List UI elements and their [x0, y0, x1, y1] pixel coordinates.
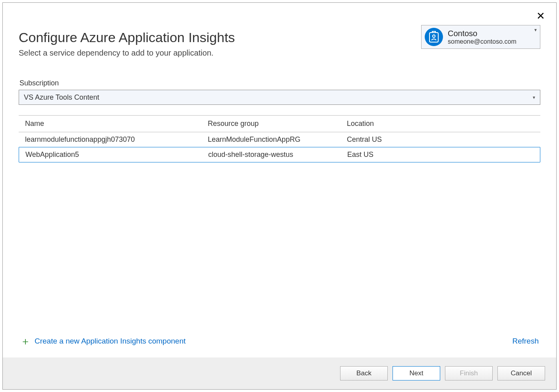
svg-point-1 — [433, 35, 435, 37]
cell-name: WebApplication5 — [25, 151, 208, 159]
plus-icon: ＋ — [20, 336, 31, 346]
chevron-down-icon: ▼ — [532, 95, 536, 100]
account-email: someone@contoso.com — [448, 38, 516, 45]
account-picker[interactable]: Contoso someone@contoso.com ▼ — [421, 25, 540, 49]
col-name: Name — [25, 120, 208, 128]
page-title: Configure Azure Application Insights — [19, 30, 235, 45]
create-new-label: Create a new Application Insights compon… — [35, 337, 186, 346]
account-name: Contoso — [448, 29, 516, 38]
dialog: ✕ Configure Azure Application Insights S… — [2, 2, 557, 390]
subscription-dropdown[interactable]: VS Azure Tools Content ▼ — [19, 90, 540, 105]
cell-location: Central US — [347, 135, 534, 144]
create-new-link[interactable]: ＋ Create a new Application Insights comp… — [20, 336, 186, 346]
footer: Back Next Finish Cancel — [3, 357, 556, 389]
finish-button: Finish — [445, 366, 493, 380]
back-button[interactable]: Back — [340, 366, 388, 380]
badge-icon — [425, 28, 443, 46]
cell-name: learnmodulefunctionappgjh073070 — [25, 135, 208, 144]
instances-table: Name Resource group Location learnmodule… — [19, 115, 540, 162]
chevron-down-icon: ▼ — [534, 28, 538, 32]
table-header: Name Resource group Location — [19, 115, 540, 132]
col-location: Location — [347, 120, 534, 128]
page-subtitle: Select a service dependency to add to yo… — [19, 48, 235, 58]
subscription-label: Subscription — [19, 79, 540, 87]
refresh-link[interactable]: Refresh — [512, 337, 539, 346]
content-area: Configure Azure Application Insights Sel… — [3, 3, 556, 357]
links-row: ＋ Create a new Application Insights comp… — [19, 328, 540, 357]
cell-resource-group: cloud-shell-storage-westus — [208, 151, 347, 159]
cell-location: East US — [347, 151, 534, 159]
cell-resource-group: LearnModuleFunctionAppRG — [208, 135, 347, 144]
table-row[interactable]: learnmodulefunctionappgjh073070 LearnMod… — [19, 132, 540, 147]
header-row: Configure Azure Application Insights Sel… — [19, 19, 540, 70]
titles: Configure Azure Application Insights Sel… — [19, 19, 235, 70]
table-row[interactable]: WebApplication5 cloud-shell-storage-west… — [19, 147, 540, 162]
cancel-button[interactable]: Cancel — [497, 366, 545, 380]
account-text: Contoso someone@contoso.com — [448, 29, 516, 45]
subscription-selected: VS Azure Tools Content — [24, 93, 99, 102]
next-button[interactable]: Next — [393, 366, 440, 380]
col-resource-group: Resource group — [208, 120, 347, 128]
